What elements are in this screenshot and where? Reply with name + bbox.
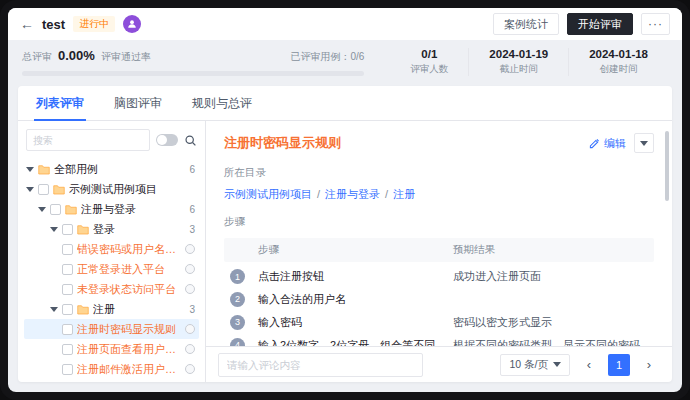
step-number: 2 (230, 292, 245, 307)
tree-item-module-register-login[interactable]: 注册与登录 6 (24, 199, 199, 219)
checkbox[interactable] (50, 204, 61, 215)
tree-item-module-login[interactable]: 登录 3 (24, 219, 199, 239)
top-bar: ← test 进行中 案例统计 开始评审 ··· (8, 8, 682, 40)
page-size-label: 10 条/页 (509, 358, 548, 372)
page-title: test (42, 17, 65, 32)
checkbox[interactable] (62, 284, 73, 295)
step-expected: 根据不同的密码类型，显示不同的密码安全级别 (453, 338, 648, 346)
breadcrumb-separator: / (317, 188, 320, 200)
step-description: 输入2位数字、2位字母、组合等不同类型的密码 (258, 338, 453, 346)
stat-reviewers: 0/1 评审人数 (390, 48, 468, 76)
case-detail-scroll[interactable]: 注册时密码显示规则 编辑 所在目录 示例测试用例项目/注册与登录/注册 步骤 (206, 121, 672, 346)
case-stats-button[interactable]: 案例统计 (493, 13, 559, 35)
comment-input[interactable] (218, 353, 423, 377)
step-description: 输入密码 (258, 315, 453, 331)
folder-icon (77, 224, 89, 235)
case-name: 注册邮件激活用户账号 (77, 362, 181, 377)
tree-item-label: 登录 (93, 222, 185, 237)
pass-rate-value: 0.00% (58, 48, 95, 63)
review-progress-bar (22, 71, 364, 76)
tree-item-label: 全部用例 (54, 162, 185, 177)
page-size-select[interactable]: 10 条/页 (500, 354, 570, 376)
review-status-icon (185, 284, 195, 294)
overview-stats: 0/1 评审人数 2024-01-19 截止时间 2024-01-18 创建时间 (390, 48, 668, 76)
tree-case-user-agreement[interactable]: 注册页面查看用户协议 (24, 339, 199, 359)
overview-progress-block: 总评审 0.00% 评审通过率 已评审用例：0/6 (22, 48, 364, 76)
checkbox[interactable] (62, 364, 73, 375)
folder-icon (53, 184, 65, 195)
step-description: 输入合法的用户名 (258, 292, 453, 308)
main-card: 列表评审 脑图评审 规则与总评 全部用例 6 (18, 86, 672, 382)
app: ← test 进行中 案例统计 开始评审 ··· 总评审 0.00% 评审通过率… (8, 8, 682, 392)
search-input[interactable] (26, 129, 150, 151)
review-status-icon (185, 344, 195, 354)
breadcrumb-module[interactable]: 注册与登录 (325, 188, 380, 200)
tab-list-review[interactable]: 列表评审 (34, 86, 86, 120)
step-row: 2 输入合法的用户名 (224, 285, 654, 308)
case-title: 注册时密码显示规则 (224, 134, 341, 152)
folder-icon (77, 304, 89, 315)
caret-down-icon[interactable] (26, 187, 34, 192)
tab-rules-summary[interactable]: 规则与总评 (190, 86, 254, 120)
status-badge: 进行中 (73, 16, 115, 32)
breadcrumb-separator: / (385, 188, 388, 200)
card-body: 全部用例 6 示例测试用例项目 注册与登录 6 (18, 121, 672, 382)
edit-button[interactable]: 编辑 (589, 136, 626, 151)
breadcrumb: 示例测试用例项目/注册与登录/注册 (224, 187, 654, 202)
step-row: 3 输入密码 密码以密文形式显示 (224, 308, 654, 331)
pencil-icon (589, 138, 600, 149)
stat-created: 2024-01-18 创建时间 (568, 48, 668, 76)
stat-label: 创建时间 (589, 63, 648, 76)
checkbox[interactable] (62, 264, 73, 275)
tree-item-all-cases[interactable]: 全部用例 6 (24, 159, 199, 179)
tree-item-module-register[interactable]: 注册 3 (24, 299, 199, 319)
tree-item-count: 6 (189, 164, 195, 175)
tree-item-project[interactable]: 示例测试用例项目 (24, 179, 199, 199)
more-actions-dropdown[interactable] (634, 133, 654, 153)
avatar[interactable] (123, 15, 141, 33)
checkbox[interactable] (62, 304, 73, 315)
tree-case-not-logged-in[interactable]: 未登录状态访问平台 (24, 279, 199, 299)
case-tree-panel: 全部用例 6 示例测试用例项目 注册与登录 6 (18, 121, 206, 382)
scrollbar-thumb[interactable] (665, 131, 669, 201)
checkbox[interactable] (62, 324, 73, 335)
step-description: 点击注册按钮 (258, 269, 453, 285)
steps-header-row: 步骤 预期结果 (224, 238, 654, 262)
directory-label: 所在目录 (224, 166, 654, 180)
checkbox[interactable] (62, 224, 73, 235)
breadcrumb-submodule[interactable]: 注册 (393, 188, 415, 200)
start-review-button[interactable]: 开始评审 (567, 13, 633, 35)
tree-case-wrong-password[interactable]: 错误密码或用户名登录 (24, 239, 199, 259)
tree-case-normal-login[interactable]: 正常登录进入平台 (24, 259, 199, 279)
prev-page-button[interactable]: ‹ (578, 354, 600, 376)
checkbox[interactable] (38, 184, 49, 195)
checkbox[interactable] (62, 244, 73, 255)
steps-table: 步骤 预期结果 1 点击注册按钮 成功进入注册页面 2 输入合法的用户名 (224, 238, 654, 346)
next-page-button[interactable]: › (638, 354, 660, 376)
caret-down-icon[interactable] (50, 227, 58, 232)
case-name: 正常登录进入平台 (77, 262, 181, 277)
step-expected: 密码以密文形式显示 (453, 315, 648, 331)
checkbox[interactable] (62, 344, 73, 355)
steps-label: 步骤 (224, 215, 654, 229)
more-button[interactable]: ··· (641, 13, 670, 35)
overview-label: 总评审 (22, 50, 52, 64)
chevron-down-icon (553, 362, 561, 367)
tree-case-password-display[interactable]: 注册时密码显示规则 (24, 319, 199, 339)
caret-down-icon[interactable] (38, 207, 46, 212)
stat-label: 评审人数 (410, 63, 448, 76)
tree-case-email-activate[interactable]: 注册邮件激活用户账号 (24, 359, 199, 379)
tab-mind-review[interactable]: 脑图评审 (112, 86, 164, 120)
breadcrumb-project[interactable]: 示例测试用例项目 (224, 188, 312, 200)
back-icon[interactable]: ← (20, 17, 34, 31)
search-icon[interactable] (184, 134, 197, 147)
step-number: 3 (230, 315, 245, 330)
current-page-button[interactable]: 1 (608, 354, 630, 376)
filter-toggle[interactable] (156, 134, 178, 146)
person-icon (127, 19, 137, 29)
caret-down-icon[interactable] (26, 167, 34, 172)
tree-item-label: 示例测试用例项目 (69, 182, 195, 197)
stat-deadline: 2024-01-19 截止时间 (468, 48, 568, 76)
caret-down-icon[interactable] (50, 307, 58, 312)
tab-bar: 列表评审 脑图评审 规则与总评 (18, 86, 672, 121)
